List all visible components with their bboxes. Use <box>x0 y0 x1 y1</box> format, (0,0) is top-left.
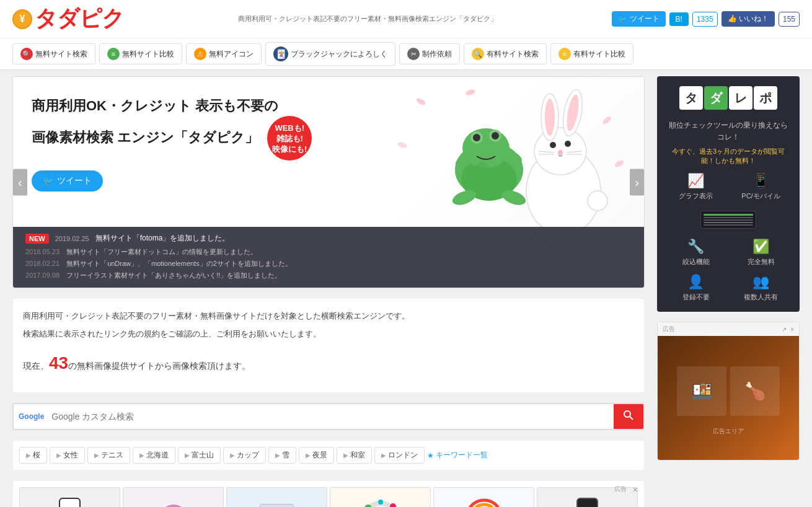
magnifier-icon-red: 🔍 <box>20 48 33 60</box>
logo-area[interactable]: ¥ タダピク <box>12 4 124 34</box>
ad-image-5[interactable]: shutterstock www.shutterstock.com • 2521… <box>433 487 534 507</box>
keyword-arrow-icon: ▶ <box>139 452 144 459</box>
like-button[interactable]: 👍 いいね！ <box>722 11 775 27</box>
hatebu-count: 1335 <box>692 12 718 27</box>
feature-share: 👥 複数人共有 <box>732 274 790 302</box>
nav-blackjack[interactable]: 🃏 ブラックジャックによろしく <box>265 42 395 66</box>
tweet-button[interactable]: 🐦 ツイート <box>612 11 666 27</box>
keyword-nightview[interactable]: ▶ 夜景 <box>299 447 334 464</box>
sidebar-ad-controls: ↗ × <box>782 326 794 333</box>
keyword-label: カップ <box>237 450 259 461</box>
ad-image-4[interactable]: 03 01 shutterstock <box>330 487 431 507</box>
keyword-more-link[interactable]: ★ キーワード一覧 <box>427 450 488 461</box>
like-count: 155 <box>779 12 800 27</box>
keyword-arrow-icon: ▶ <box>343 452 348 459</box>
svg-point-47 <box>471 505 497 507</box>
tadaleppo-char-po: ポ <box>754 86 777 110</box>
hero-tweet-button[interactable]: 🐦 ツイート <box>32 170 103 192</box>
sidebar-ad-placeholder-text: 広告エリア <box>713 427 744 436</box>
ad-container: 広告 × shutterstock www.shutterstock.com •… <box>12 480 645 507</box>
feature-graph-label: グラフ表示 <box>667 192 725 201</box>
search-button[interactable] <box>614 404 643 429</box>
hatebu-button[interactable]: B! <box>669 12 689 26</box>
keyword-label: 和室 <box>350 450 365 461</box>
graph-icon: 📈 <box>667 173 725 189</box>
nav-free-icons[interactable]: ⚠ 無料アイコン <box>186 43 262 64</box>
group-icon: 👥 <box>732 274 790 290</box>
keyword-arrow-icon: ▶ <box>275 452 280 459</box>
count-prefix: 現在、 <box>23 361 49 371</box>
keyword-women[interactable]: ▶ 女性 <box>50 447 85 464</box>
keyword-arrow-icon: ▶ <box>230 452 235 459</box>
screen-bar-1 <box>704 214 753 216</box>
keyword-label: 女性 <box>63 450 78 461</box>
tadaleppo-features: 📈 グラフ表示 📱 PC/モバイル <box>667 173 790 302</box>
tadaleppo-header: タ ダ レ ポ <box>657 76 800 115</box>
hero-inner: 商用利用OK・クレジット 表示も不要の 画像素材検索 エンジン「タダピク」 WE… <box>13 77 644 288</box>
ad-image-3[interactable]: shutterstock www.shutterstock.com • 1240… <box>226 487 327 507</box>
nav-paid-site-search-label: 有料サイト検索 <box>487 49 539 60</box>
hero-left: 商用利用OK・クレジット 表示も不要の 画像素材検索 エンジン「タダピク」 WE… <box>32 95 625 269</box>
nav-paid-site-compare[interactable]: ≡ 有料サイト比較 <box>550 43 633 64</box>
nav-paid-site-search[interactable]: 🔍 有料サイト検索 <box>464 43 547 64</box>
phone-mockup-6 <box>576 498 598 507</box>
sidebar-ad-image[interactable]: 🍱 🍗 広告エリア <box>658 336 799 460</box>
hatebu-label: B! <box>676 15 682 24</box>
keyword-london[interactable]: ▶ ロンドン <box>374 447 425 464</box>
star-icon: ★ <box>427 451 434 460</box>
sidebar: タ ダ レ ポ 順位チェックツールの乗り換えならコレ！ 今すぐ、過去3ヶ月のデー… <box>657 76 800 507</box>
ad-image-2[interactable]: shutterstock <box>123 487 224 507</box>
logo-yen-symbol: ¥ <box>20 14 25 25</box>
mobile-icon: 📱 <box>732 173 790 189</box>
google-label: Google <box>14 412 49 421</box>
hero-tweet-label: ツイート <box>57 175 92 187</box>
check-icon: ✅ <box>732 239 790 255</box>
feature-nologin: 👤 登録不要 <box>667 274 725 302</box>
count-suffix: の無料画像提供サイトから画像検索頂けます。 <box>68 361 250 371</box>
screen-bar-2 <box>704 217 753 218</box>
tadaleppo-char-re: レ <box>729 86 752 110</box>
food-grid: 🍱 🍗 <box>671 360 786 422</box>
sidebar-ad-close-icon[interactable]: × <box>790 326 794 333</box>
keyword-snow[interactable]: ▶ 雪 <box>268 447 296 464</box>
hero-prev-button[interactable]: ‹ <box>13 169 27 196</box>
keyword-tennis[interactable]: ▶ テニス <box>87 447 130 464</box>
sidebar-ad-header: 広告 ↗ × <box>658 322 799 336</box>
search-input[interactable] <box>49 405 614 428</box>
header-top: ¥ タダピク 商用利用可・クレジット表記不要のフリー素材・無料画像検索エンジン「… <box>0 0 812 38</box>
keyword-label: ロンドン <box>388 450 418 461</box>
description-line1: 商用利用可・クレジット表記不要のフリー素材・無料画像サイトだけを対象とした横断検… <box>23 309 634 323</box>
ad-image-1[interactable]: shutterstock www.shutterstock.com • 6401… <box>19 487 120 507</box>
keyword-label: テニス <box>101 450 123 461</box>
design-mockup-2 <box>158 505 189 507</box>
keyword-arrow-icon: ▶ <box>185 452 190 459</box>
hero-title-text: 商用利用OK・クレジット 表示も不要の 画像素材検索 エンジン「タダピク」 <box>32 98 278 145</box>
description-count-text: 現在、43の無料画像提供サイトから画像検索頂けます。 <box>23 348 634 379</box>
infographic-svg: 03 01 <box>359 499 402 507</box>
keyword-washitsu[interactable]: ▶ 和室 <box>337 447 372 464</box>
nav-production-label: 制作依頼 <box>422 49 452 60</box>
feature-share-label: 複数人共有 <box>732 293 790 302</box>
food-item-1: 🍱 <box>677 366 726 416</box>
keyword-sakura[interactable]: ▶ 桜 <box>19 447 47 464</box>
svg-point-33 <box>624 411 630 417</box>
hero-title: 商用利用OK・クレジット 表示も不要の 画像素材検索 エンジン「タダピク」 WE… <box>32 95 625 161</box>
main-content: ‹ 商用利用OK・クレジット 表示も不要の 画像素材検索 エンジン「タダピク」 … <box>12 76 645 507</box>
screen-preview <box>700 211 756 229</box>
phone-mockup-1 <box>59 498 81 507</box>
ad-close-button[interactable]: × <box>633 485 638 495</box>
screen-bar-3 <box>704 219 753 221</box>
keywords-bar: ▶ 桜 ▶ 女性 ▶ テニス ▶ 北海道 ▶ 富士山 ▶ カップ <box>12 440 645 470</box>
keyword-cup[interactable]: ▶ カップ <box>223 447 266 464</box>
hero-next-button[interactable]: › <box>630 169 644 196</box>
keyword-hokkaido[interactable]: ▶ 北海道 <box>133 447 175 464</box>
feature-pcmobile-label: PC/モバイル <box>732 192 790 201</box>
nav-free-site-compare[interactable]: ≡ 無料サイト比較 <box>99 43 182 64</box>
warning-icon-orange: ⚠ <box>194 48 206 60</box>
website-mockup-3 <box>260 504 294 507</box>
nav-free-site-search[interactable]: 🔍 無料サイト検索 <box>12 43 95 64</box>
keyword-arrow-icon: ▶ <box>56 452 61 459</box>
nav-production[interactable]: ✂ 制作依頼 <box>399 43 460 64</box>
keyword-fujisan[interactable]: ▶ 富士山 <box>178 447 221 464</box>
sidebar-ad-expand-icon[interactable]: ↗ <box>782 326 787 333</box>
